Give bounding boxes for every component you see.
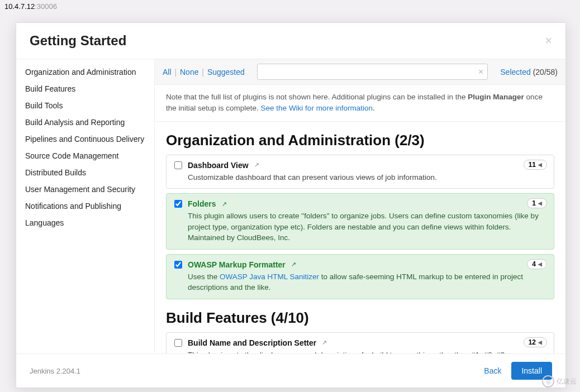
url-bar: 10.4.7.12:30006 — [0, 0, 580, 13]
filter-suggested[interactable]: Suggested — [207, 68, 245, 77]
page-title: Getting Started — [30, 33, 126, 49]
plugin-description: This plugin allows users to create "fold… — [188, 211, 546, 243]
filter-none[interactable]: None — [180, 68, 198, 77]
sidebar-item-scm[interactable]: Source Code Management — [16, 147, 154, 164]
plugin-description: Uses the OWASP Java HTML Sanitizer to al… — [188, 271, 546, 293]
external-link-icon[interactable]: ↗ — [254, 161, 259, 169]
section-heading-build-features: Build Features (4/10) — [166, 309, 554, 327]
external-link-icon[interactable]: ↗ — [222, 200, 227, 208]
close-icon[interactable]: × — [545, 34, 552, 48]
search-wrap: × — [257, 64, 488, 80]
plugin-title: Build Name and Description Setter — [188, 338, 316, 347]
main-panel: All | None | Suggested × Selected (20/58… — [155, 59, 565, 353]
sidebar-item-pipelines[interactable]: Pipelines and Continuous Delivery — [16, 131, 154, 147]
plugin-checkbox[interactable] — [174, 200, 182, 208]
url-port: :30006 — [35, 2, 57, 11]
plugin-dashboard-view[interactable]: Dashboard View ↗ 11◀ Customizable dashbo… — [166, 155, 554, 189]
plugin-checkbox[interactable] — [174, 161, 182, 169]
selected-count: Selected (20/58) — [500, 68, 558, 77]
watermark: ◎ 亿速云 — [542, 375, 577, 388]
category-sidebar: Organization and Administration Build Fe… — [16, 59, 155, 353]
plugin-title: OWASP Markup Formatter — [188, 260, 286, 269]
plugin-build-name-setter[interactable]: Build Name and Description Setter ↗ 12◀ … — [166, 332, 554, 353]
filter-bar: All | None | Suggested × Selected (20/58… — [155, 59, 565, 85]
plugins-list[interactable]: Organization and Administration (2/3) Da… — [155, 122, 565, 354]
dependency-badge[interactable]: 12◀ — [524, 337, 547, 347]
external-link-icon[interactable]: ↗ — [291, 261, 296, 268]
external-link-icon[interactable]: ↗ — [322, 339, 327, 346]
search-clear-icon[interactable]: × — [478, 67, 483, 77]
dependency-badge[interactable]: 1◀ — [527, 198, 547, 208]
plugin-title: Dashboard View — [188, 161, 249, 170]
dependency-badge[interactable]: 11◀ — [524, 160, 547, 170]
search-input[interactable] — [257, 64, 488, 80]
modal-body: Organization and Administration Build Fe… — [16, 59, 565, 353]
sidebar-item-languages[interactable]: Languages — [16, 214, 154, 231]
plugin-owasp-markup[interactable]: OWASP Markup Formatter ↗ 4◀ Uses the OWA… — [166, 254, 554, 299]
caret-left-icon: ◀ — [538, 162, 542, 168]
plugin-description: Customizable dashboard that can present … — [188, 172, 546, 183]
filter-links: All | None | Suggested — [163, 68, 245, 77]
section-heading-org: Organization and Administration (2/3) — [166, 132, 554, 149]
modal-header: Getting Started × — [16, 23, 565, 59]
selected-number: (20/58) — [533, 68, 558, 77]
caret-left-icon: ◀ — [538, 261, 542, 267]
plugin-checkbox[interactable] — [174, 339, 182, 347]
sidebar-item-distributed[interactable]: Distributed Builds — [16, 164, 154, 181]
sidebar-item-build-analysis[interactable]: Build Analysis and Reporting — [16, 114, 154, 131]
dependency-badge[interactable]: 4◀ — [527, 259, 547, 269]
sidebar-item-organization[interactable]: Organization and Administration — [16, 64, 154, 80]
info-note: Note that the full list of plugins is no… — [155, 85, 565, 122]
plugin-checkbox[interactable] — [174, 261, 182, 269]
filter-all[interactable]: All — [163, 68, 172, 77]
plugin-folders[interactable]: Folders ↗ 1◀ This plugin allows users to… — [166, 193, 554, 250]
url-host: 10.4.7.12 — [4, 2, 35, 11]
setup-wizard-modal: Getting Started × Organization and Admin… — [16, 22, 566, 388]
plugin-description: This plug-in sets the display name and d… — [188, 350, 546, 353]
sidebar-item-build-features[interactable]: Build Features — [16, 80, 154, 97]
caret-left-icon: ◀ — [538, 200, 542, 206]
jenkins-version: Jenkins 2.204.1 — [30, 367, 80, 375]
watermark-icon: ◎ — [542, 375, 554, 388]
sidebar-item-notifications[interactable]: Notifications and Publishing — [16, 198, 154, 214]
modal-footer: Jenkins 2.204.1 Back Install — [16, 353, 565, 388]
selected-link[interactable]: Selected — [500, 68, 530, 77]
owasp-sanitizer-link[interactable]: OWASP Java HTML Sanitizer — [220, 273, 319, 281]
sidebar-item-user-mgmt[interactable]: User Management and Security — [16, 181, 154, 198]
plugin-title: Folders — [188, 199, 216, 208]
back-button[interactable]: Back — [484, 366, 501, 375]
sidebar-item-build-tools[interactable]: Build Tools — [16, 97, 154, 114]
wiki-link[interactable]: See the Wiki for more information — [261, 104, 373, 112]
caret-left-icon: ◀ — [538, 340, 542, 345]
